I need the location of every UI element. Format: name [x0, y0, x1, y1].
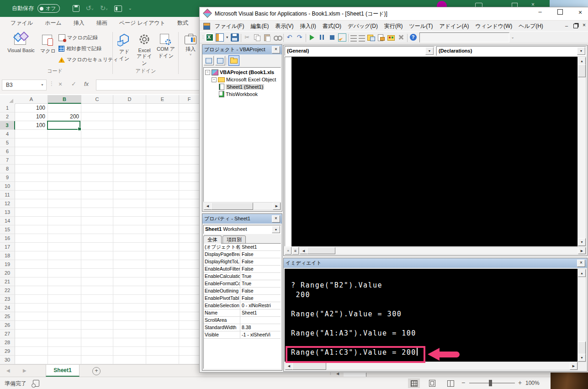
paste-icon[interactable]	[263, 33, 271, 42]
ribbon-display-options-icon[interactable]	[475, 3, 482, 7]
view-excel-icon[interactable]: X	[206, 33, 214, 42]
row-header[interactable]: 18	[0, 251, 15, 260]
scroll-down-icon[interactable]: ▼	[578, 238, 586, 246]
select-all-corner[interactable]	[0, 95, 16, 104]
menu-item[interactable]: ヘルプ(H)	[515, 21, 546, 32]
project-close-icon[interactable]: ×	[272, 46, 280, 53]
touch-mouse-mode-icon[interactable]	[114, 5, 122, 12]
zoom-in-button[interactable]: +	[518, 379, 522, 386]
zoom-level[interactable]: 100%	[525, 380, 540, 386]
save-icon[interactable]	[73, 5, 79, 12]
column-header-f[interactable]: F	[179, 95, 199, 104]
row-header[interactable]: 5	[0, 139, 15, 147]
selector-dropdown-icon[interactable]: ▼	[272, 226, 280, 233]
property-row[interactable]: EnableFormatCo True	[204, 280, 281, 288]
cell-a2[interactable]: 100	[15, 112, 45, 121]
cell-a3[interactable]: 100	[15, 121, 45, 130]
zoom-slider-track[interactable]	[469, 383, 515, 384]
scroll-left-icon[interactable]: ◀	[285, 362, 293, 370]
sheet-nav-right-icon[interactable]: ▶	[23, 368, 26, 373]
vba-minimize-icon[interactable]: –	[532, 8, 548, 15]
property-row[interactable]: EnablePivotTabl False	[204, 295, 281, 302]
object-dropdown[interactable]: (General)▼	[285, 46, 434, 56]
tree-node-sheet1[interactable]: Sheet1 (Sheet1)	[205, 83, 281, 91]
project-titlebar[interactable]: プロジェクト - VBAProject ×	[202, 45, 282, 54]
property-row[interactable]: EnableOutlining False	[204, 288, 281, 295]
row-header[interactable]: 26	[0, 321, 15, 330]
immediate-close-icon[interactable]: ×	[577, 260, 585, 267]
column-header-a[interactable]: A	[15, 95, 48, 104]
maximize-icon[interactable]	[512, 3, 518, 7]
enter-formula-icon[interactable]: ✓	[71, 80, 76, 87]
row-header[interactable]: 8	[0, 165, 15, 173]
menu-item[interactable]: ツール(T)	[406, 21, 436, 32]
menu-item[interactable]: 挿入(I)	[297, 21, 319, 32]
scroll-thumb[interactable]	[578, 341, 586, 354]
property-row[interactable]: Name Sheet1	[204, 309, 281, 317]
property-row[interactable]: EnableAutoFilter False	[204, 266, 281, 273]
sheet-tab-active[interactable]: Sheet1	[46, 365, 79, 377]
redo-icon[interactable]: ↷	[296, 33, 304, 42]
row-header[interactable]: 16	[0, 234, 15, 243]
row-header[interactable]: 27	[0, 330, 15, 338]
find-icon[interactable]	[273, 33, 281, 42]
column-header-e[interactable]: E	[146, 95, 179, 104]
macros-button[interactable]: マクロ	[39, 33, 57, 54]
menu-item[interactable]: 表示(V)	[272, 21, 297, 32]
properties-titlebar[interactable]: プロパティ - Sheet1 ×	[202, 214, 282, 224]
record-macro-button[interactable]: マクロの記録	[58, 34, 98, 41]
row-header[interactable]: 6	[0, 147, 15, 156]
column-header-c[interactable]: C	[81, 95, 113, 104]
scroll-down-icon[interactable]: ▼	[578, 354, 586, 362]
run-icon[interactable]	[308, 33, 316, 42]
row-header[interactable]: 23	[0, 295, 15, 304]
insert-addin-button[interactable]: 挿入 ˅	[182, 33, 199, 57]
property-row[interactable]: (オブジェクト名) Sheet1	[204, 244, 281, 251]
property-row[interactable]: DisplayRightToL False	[204, 258, 281, 266]
row-header[interactable]: 20	[0, 269, 15, 277]
visual-basic-button[interactable]: Visual Basic	[5, 33, 37, 53]
procedure-view-icon[interactable]: ≡	[285, 247, 291, 255]
property-row[interactable]: DisplayPageBrea False	[204, 251, 281, 258]
view-code-icon[interactable]	[204, 56, 214, 65]
avatar[interactable]	[437, 1, 447, 7]
scroll-left-icon[interactable]: ◀	[204, 202, 212, 210]
scroll-left-icon[interactable]: ◀	[300, 247, 307, 254]
toolbox-icon[interactable]	[387, 33, 395, 42]
row-header[interactable]: 21	[0, 277, 15, 286]
properties-window-icon[interactable]	[377, 33, 385, 42]
selection-box[interactable]	[47, 121, 80, 130]
view-object-icon[interactable]	[215, 56, 225, 65]
scroll-thumb[interactable]	[292, 362, 326, 370]
property-row[interactable]: ScrollArea	[204, 317, 281, 324]
row-header[interactable]: 28	[0, 338, 15, 347]
property-value[interactable]: True	[240, 280, 281, 287]
row-header[interactable]: 12	[0, 199, 15, 208]
property-value[interactable]: False	[240, 251, 281, 258]
row-header[interactable]: 14	[0, 217, 15, 225]
menu-item[interactable]: ファイル(F)	[212, 21, 247, 32]
vba-titlebar[interactable]: Microsoft Visual Basic for Applications …	[200, 7, 588, 20]
property-value[interactable]	[240, 317, 281, 324]
row-header[interactable]: 10	[0, 182, 15, 191]
row-header[interactable]: 11	[0, 191, 15, 199]
name-box-dropdown-icon[interactable]: ▼	[41, 83, 44, 86]
copy-icon[interactable]	[253, 33, 261, 42]
ribbon-tab[interactable]: ファイル	[5, 16, 39, 30]
row-header[interactable]: 7	[0, 156, 15, 165]
undo-icon[interactable]: ↶	[286, 33, 294, 42]
fill-handle[interactable]	[78, 127, 81, 131]
column-header-d[interactable]: D	[113, 95, 146, 104]
child-close-icon[interactable]: ×	[583, 22, 586, 28]
close-icon[interactable]: ×	[531, 1, 535, 7]
vba-maximize-icon[interactable]	[552, 9, 568, 16]
property-row[interactable]: Visible -1 - xlSheetVi	[204, 331, 281, 339]
macro-record-status-icon[interactable]	[33, 380, 39, 387]
scroll-right-icon[interactable]: ▶	[273, 202, 281, 210]
property-value[interactable]: 0 - xlNoRestri	[240, 302, 281, 309]
insert-function-icon[interactable]: fx	[84, 80, 89, 87]
property-value[interactable]: False	[240, 288, 281, 294]
call-stack-icon[interactable]	[359, 33, 365, 42]
child-restore-icon[interactable]	[573, 24, 578, 28]
row-header[interactable]: 1	[0, 104, 15, 112]
